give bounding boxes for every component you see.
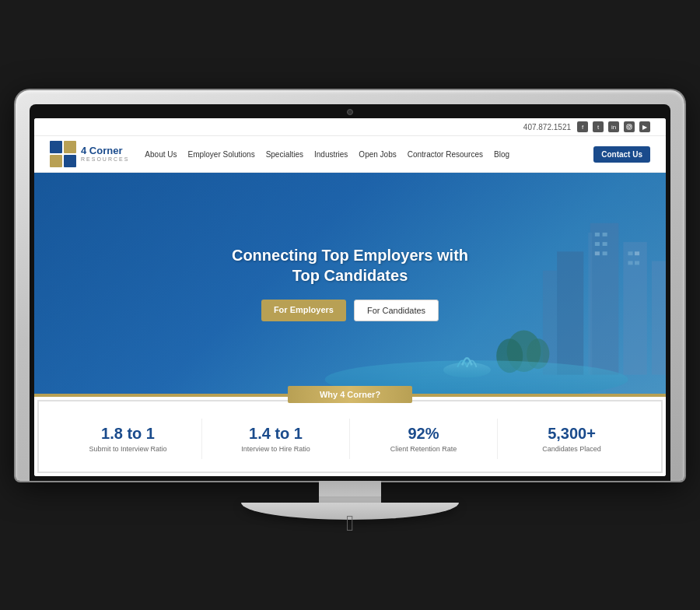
logo-sq-1 xyxy=(50,141,62,153)
svg-rect-16 xyxy=(635,251,639,255)
employers-button[interactable]: For Employers xyxy=(261,300,346,321)
svg-rect-3 xyxy=(590,223,619,375)
nav-industries[interactable]: Industries xyxy=(314,150,348,159)
monitor: 407.872.1521 f t in ▶ xyxy=(16,90,684,520)
stat-value-2: 92% xyxy=(358,425,489,443)
svg-point-23 xyxy=(443,363,491,377)
stat-label-1: Interview to Hire Ratio xyxy=(210,445,341,453)
hero-title-line2: Top Candidates xyxy=(292,267,408,284)
screen: 407.872.1521 f t in ▶ xyxy=(34,118,666,476)
svg-point-2 xyxy=(630,125,631,126)
nav-specialties[interactable]: Specialties xyxy=(266,150,303,159)
logo-area: 4 Corner RESOURCES xyxy=(50,141,129,167)
nav-open-jobs[interactable]: Open Jobs xyxy=(359,150,396,159)
logo-sub: RESOURCES xyxy=(81,156,129,163)
nav-contractor[interactable]: Contractor Resources xyxy=(408,150,483,159)
nav-bar: 4 Corner RESOURCES About Us Employer Sol… xyxy=(34,136,666,173)
svg-rect-14 xyxy=(602,251,607,255)
stat-label-2: Client Retention Rate xyxy=(358,445,489,453)
candidates-button[interactable]: For Candidates xyxy=(354,300,439,321)
svg-rect-15 xyxy=(628,251,632,255)
hero-content: Connecting Top Employers with Top Candid… xyxy=(216,230,484,337)
svg-rect-10 xyxy=(602,233,607,237)
logo-icon xyxy=(50,141,76,167)
stat-item-3: 5,300+ Candidates Placed xyxy=(498,419,646,459)
svg-rect-11 xyxy=(595,242,600,246)
website: 407.872.1521 f t in ▶ xyxy=(34,118,666,476)
svg-point-1 xyxy=(628,126,631,128)
stat-item-0: 1.8 to 1 Submit to Interview Ratio xyxy=(54,419,202,459)
stats-grid: 1.8 to 1 Submit to Interview Ratio 1.4 t… xyxy=(37,400,663,473)
facebook-icon[interactable]: f xyxy=(577,121,588,132)
camera-dot xyxy=(347,109,353,115)
stat-label-0: Submit to Interview Ratio xyxy=(62,445,194,453)
logo-sq-2 xyxy=(64,141,76,153)
phone-number: 407.872.1521 xyxy=(523,123,571,131)
apple-logo:  xyxy=(337,510,363,537)
instagram-icon[interactable] xyxy=(624,121,635,132)
nav-links: About Us Employer Solutions Specialties … xyxy=(145,150,593,159)
svg-rect-6 xyxy=(557,251,583,374)
svg-rect-9 xyxy=(595,233,600,237)
hero-buttons: For Employers For Candidates xyxy=(232,300,468,321)
youtube-icon[interactable]: ▶ xyxy=(639,121,650,132)
contact-button[interactable]: Contact Us xyxy=(593,146,650,163)
stat-value-3: 5,300+ xyxy=(506,425,638,443)
logo-sq-4 xyxy=(64,155,76,167)
hero-title-line1: Connecting Top Employers with xyxy=(232,247,468,264)
hero-title: Connecting Top Employers with Top Candid… xyxy=(232,245,468,286)
logo-text: 4 Corner RESOURCES xyxy=(81,145,129,163)
nav-about[interactable]: About Us xyxy=(145,150,177,159)
stat-label-3: Candidates Placed xyxy=(506,445,638,453)
monitor-base:  xyxy=(241,503,459,520)
nav-employer[interactable]: Employer Solutions xyxy=(187,150,254,159)
nav-blog[interactable]: Blog xyxy=(494,150,509,159)
linkedin-icon[interactable]: in xyxy=(608,121,619,132)
twitter-icon[interactable]: t xyxy=(593,121,604,132)
logo-name: 4 Corner xyxy=(81,145,129,156)
hero-section: Connecting Top Employers with Top Candid… xyxy=(34,173,666,394)
stat-value-0: 1.8 to 1 xyxy=(62,425,194,443)
why-banner: Why 4 Corner? xyxy=(288,386,412,403)
svg-rect-18 xyxy=(635,261,639,265)
svg-rect-13 xyxy=(595,251,600,255)
svg-rect-8 xyxy=(652,261,666,374)
stat-value-1: 1.4 to 1 xyxy=(210,425,341,443)
svg-rect-12 xyxy=(602,242,607,246)
logo-sq-3 xyxy=(50,155,62,167)
top-bar: 407.872.1521 f t in ▶ xyxy=(34,118,666,136)
screen-border: 407.872.1521 f t in ▶ xyxy=(30,104,670,481)
stats-section: Why 4 Corner? 1.8 to 1 Submit to Intervi… xyxy=(34,394,666,476)
svg-rect-17 xyxy=(628,261,632,265)
svg-rect-4 xyxy=(588,233,592,375)
social-icons: f t in ▶ xyxy=(577,121,650,132)
stat-item-2: 92% Client Retention Rate xyxy=(350,419,498,459)
monitor-neck xyxy=(319,481,381,503)
stat-item-1: 1.4 to 1 Interview to Hire Ratio xyxy=(202,419,350,459)
monitor-frame: 407.872.1521 f t in ▶ xyxy=(16,90,684,481)
